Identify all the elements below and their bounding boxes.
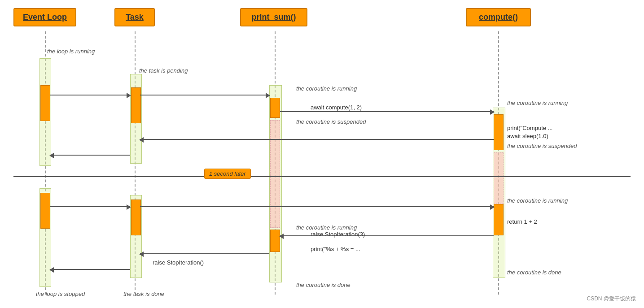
actor-task: Task	[114, 8, 155, 26]
arrow-el-to-task-bottom	[50, 206, 130, 207]
label-compute-running-1: the coroutine is running	[507, 100, 568, 106]
label-compute-running-2: the coroutine is running	[507, 197, 568, 204]
time-box: 1 second later	[204, 169, 251, 179]
label-stop-iter-3: raise StopIteration(3)	[311, 231, 365, 238]
compute-active-top	[494, 114, 504, 150]
label-loop-running: the loop is running	[47, 48, 95, 55]
actor-print-sum-label: print_sum()	[252, 13, 296, 22]
compute-suspended	[494, 152, 504, 204]
label-await-compute: await compute(1, 2)	[311, 104, 362, 111]
arrow-ps-to-task	[140, 253, 269, 254]
arrow-ps-to-compute	[280, 111, 494, 112]
actor-task-label: Task	[126, 13, 144, 22]
ps-active-bottom	[270, 230, 280, 252]
el-active-bottom	[40, 193, 50, 229]
label-return: return 1 + 2	[507, 218, 537, 225]
label-task-pending: the task is pending	[139, 67, 188, 74]
actor-compute-label: compute()	[479, 13, 518, 22]
el-active-top	[40, 85, 50, 121]
arrow-compute-to-task	[140, 139, 494, 140]
actor-print-sum: print_sum()	[240, 8, 307, 26]
label-await-sleep: await sleep(1.0)	[507, 133, 548, 139]
ps-active-top	[270, 98, 280, 118]
label-ps-running-2: the coroutine is running	[296, 224, 357, 231]
sequence-diagram: { "title": "Asyncio Event Loop Sequence …	[0, 0, 644, 308]
arrow-task-to-el-final	[50, 269, 130, 270]
label-print-compute: print("Compute ...	[507, 125, 552, 131]
label-stop-iter: raise StopIteration()	[153, 259, 204, 266]
compute-active-bottom	[494, 204, 504, 235]
ps-suspended	[270, 120, 280, 228]
label-compute-done: the coroutine is done	[507, 269, 561, 276]
watermark: CSDN @爱干饭的猿	[587, 295, 636, 303]
task-active-bottom	[131, 200, 141, 235]
label-compute-suspended: the coroutine is suspended	[507, 143, 577, 149]
arrow-task-to-el	[50, 155, 130, 156]
actor-event-loop-label: Event Loop	[23, 13, 67, 22]
label-print-sum: print("%s + %s = ...	[311, 246, 360, 252]
actor-event-loop: Event Loop	[13, 8, 76, 26]
label-ps-done: the coroutine is done	[296, 282, 350, 288]
time-divider	[13, 176, 631, 177]
label-ps-running-1: the coroutine is running	[296, 85, 357, 92]
label-loop-stopped: the loop is stopped	[36, 291, 85, 297]
task-active-top	[131, 87, 141, 123]
actor-compute: compute()	[466, 8, 531, 26]
label-task-done: the task is done	[123, 291, 164, 297]
arrow-task-to-compute	[140, 206, 494, 207]
arrow-el-to-task	[50, 95, 130, 95]
arrow-task-to-ps	[140, 95, 269, 95]
label-ps-suspended-1: the coroutine is suspended	[296, 118, 366, 125]
